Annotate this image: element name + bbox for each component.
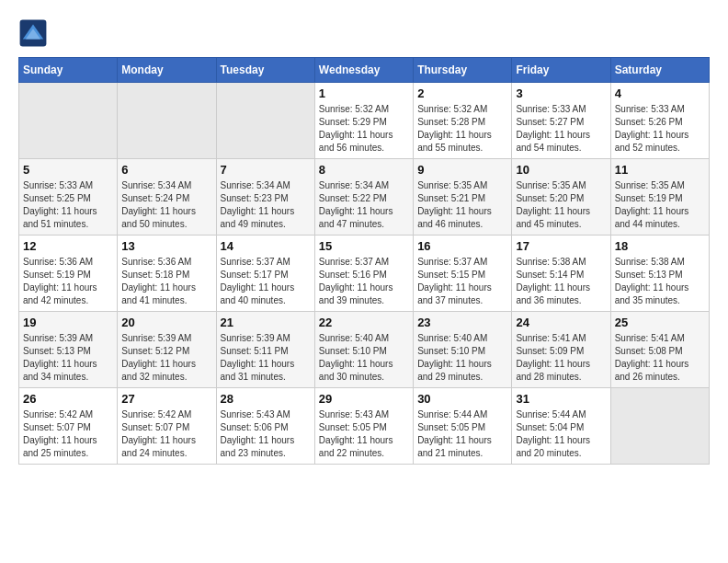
day-number: 29 [319,392,409,406]
calendar-cell [216,83,314,159]
day-number: 3 [516,86,606,100]
calendar-cell: 7Sunrise: 5:34 AMSunset: 5:23 PMDaylight… [216,159,314,236]
day-number: 24 [516,316,606,329]
calendar-cell: 6Sunrise: 5:34 AMSunset: 5:24 PMDaylight… [118,159,216,236]
day-number: 22 [319,316,409,329]
day-number: 6 [121,163,211,177]
day-number: 4 [615,86,705,100]
day-number: 17 [516,239,606,253]
day-number: 12 [23,239,113,253]
calendar-cell: 1Sunrise: 5:32 AMSunset: 5:29 PMDaylight… [314,83,413,159]
day-info: Sunrise: 5:32 AMSunset: 5:28 PMDaylight:… [417,103,507,155]
day-number: 5 [23,163,113,177]
day-info: Sunrise: 5:42 AMSunset: 5:07 PMDaylight:… [121,408,211,460]
calendar-week-row: 1Sunrise: 5:32 AMSunset: 5:29 PMDaylight… [19,83,710,159]
calendar-cell: 20Sunrise: 5:39 AMSunset: 5:12 PMDayligh… [118,312,216,388]
day-number: 30 [417,392,507,406]
day-info: Sunrise: 5:40 AMSunset: 5:10 PMDaylight:… [319,332,409,384]
day-info: Sunrise: 5:33 AMSunset: 5:25 PMDaylight:… [23,179,113,231]
calendar-cell: 12Sunrise: 5:36 AMSunset: 5:19 PMDayligh… [19,236,118,312]
calendar-cell: 3Sunrise: 5:33 AMSunset: 5:27 PMDaylight… [512,83,610,159]
day-info: Sunrise: 5:41 AMSunset: 5:09 PMDaylight:… [516,332,606,384]
logo [18,18,53,48]
day-number: 2 [417,86,507,100]
day-info: Sunrise: 5:39 AMSunset: 5:12 PMDaylight:… [121,332,211,384]
calendar-cell: 27Sunrise: 5:42 AMSunset: 5:07 PMDayligh… [118,388,216,465]
calendar-cell: 16Sunrise: 5:37 AMSunset: 5:15 PMDayligh… [414,236,512,312]
day-number: 14 [221,239,311,253]
day-info: Sunrise: 5:35 AMSunset: 5:21 PMDaylight:… [417,179,507,231]
day-info: Sunrise: 5:33 AMSunset: 5:26 PMDaylight:… [615,103,705,155]
day-info: Sunrise: 5:43 AMSunset: 5:05 PMDaylight:… [319,408,409,460]
day-info: Sunrise: 5:38 AMSunset: 5:14 PMDaylight:… [516,256,606,307]
weekday-header: Friday [512,58,610,83]
day-info: Sunrise: 5:40 AMSunset: 5:10 PMDaylight:… [417,332,507,384]
weekday-header: Sunday [19,58,118,83]
calendar-cell: 22Sunrise: 5:40 AMSunset: 5:10 PMDayligh… [314,312,413,388]
weekday-header: Wednesday [314,58,413,83]
day-number: 19 [23,316,113,329]
calendar-cell: 11Sunrise: 5:35 AMSunset: 5:19 PMDayligh… [610,159,709,236]
day-number: 20 [121,316,211,329]
day-number: 15 [319,239,409,253]
calendar-week-row: 19Sunrise: 5:39 AMSunset: 5:13 PMDayligh… [19,312,710,388]
calendar-cell: 31Sunrise: 5:44 AMSunset: 5:04 PMDayligh… [512,388,610,465]
day-number: 31 [516,392,606,406]
calendar-cell [610,388,709,465]
day-number: 11 [615,163,705,177]
weekday-header: Tuesday [216,58,314,83]
calendar-table: SundayMondayTuesdayWednesdayThursdayFrid… [18,57,710,465]
calendar-cell: 2Sunrise: 5:32 AMSunset: 5:28 PMDaylight… [414,83,512,159]
calendar-cell: 13Sunrise: 5:36 AMSunset: 5:18 PMDayligh… [118,236,216,312]
day-info: Sunrise: 5:41 AMSunset: 5:08 PMDaylight:… [615,332,705,384]
day-number: 7 [221,163,311,177]
day-number: 23 [417,316,507,329]
calendar-cell: 19Sunrise: 5:39 AMSunset: 5:13 PMDayligh… [19,312,118,388]
logo-icon [18,18,48,48]
day-number: 26 [23,392,113,406]
calendar-cell: 24Sunrise: 5:41 AMSunset: 5:09 PMDayligh… [512,312,610,388]
page-header [18,18,710,48]
day-info: Sunrise: 5:37 AMSunset: 5:17 PMDaylight:… [221,256,311,307]
day-number: 1 [319,86,409,100]
calendar-week-row: 12Sunrise: 5:36 AMSunset: 5:19 PMDayligh… [19,236,710,312]
day-number: 8 [319,163,409,177]
day-number: 16 [417,239,507,253]
day-info: Sunrise: 5:39 AMSunset: 5:13 PMDaylight:… [23,332,113,384]
calendar-cell: 28Sunrise: 5:43 AMSunset: 5:06 PMDayligh… [216,388,314,465]
calendar-cell: 15Sunrise: 5:37 AMSunset: 5:16 PMDayligh… [314,236,413,312]
day-number: 13 [121,239,211,253]
day-number: 27 [121,392,211,406]
calendar-cell: 23Sunrise: 5:40 AMSunset: 5:10 PMDayligh… [414,312,512,388]
calendar-cell: 30Sunrise: 5:44 AMSunset: 5:05 PMDayligh… [414,388,512,465]
calendar-cell: 4Sunrise: 5:33 AMSunset: 5:26 PMDaylight… [610,83,709,159]
day-info: Sunrise: 5:34 AMSunset: 5:24 PMDaylight:… [121,179,211,231]
day-info: Sunrise: 5:44 AMSunset: 5:04 PMDaylight:… [516,408,606,460]
day-info: Sunrise: 5:36 AMSunset: 5:18 PMDaylight:… [121,256,211,307]
calendar-cell: 14Sunrise: 5:37 AMSunset: 5:17 PMDayligh… [216,236,314,312]
weekday-header: Saturday [610,58,709,83]
calendar-cell: 5Sunrise: 5:33 AMSunset: 5:25 PMDaylight… [19,159,118,236]
calendar-cell: 26Sunrise: 5:42 AMSunset: 5:07 PMDayligh… [19,388,118,465]
day-info: Sunrise: 5:37 AMSunset: 5:16 PMDaylight:… [319,256,409,307]
calendar-cell: 18Sunrise: 5:38 AMSunset: 5:13 PMDayligh… [610,236,709,312]
day-info: Sunrise: 5:37 AMSunset: 5:15 PMDaylight:… [417,256,507,307]
calendar-cell [118,83,216,159]
day-info: Sunrise: 5:33 AMSunset: 5:27 PMDaylight:… [516,103,606,155]
calendar-cell: 10Sunrise: 5:35 AMSunset: 5:20 PMDayligh… [512,159,610,236]
day-number: 18 [615,239,705,253]
day-info: Sunrise: 5:32 AMSunset: 5:29 PMDaylight:… [319,103,409,155]
weekday-header: Thursday [414,58,512,83]
calendar-cell: 29Sunrise: 5:43 AMSunset: 5:05 PMDayligh… [314,388,413,465]
day-number: 9 [417,163,507,177]
calendar-cell: 21Sunrise: 5:39 AMSunset: 5:11 PMDayligh… [216,312,314,388]
day-number: 10 [516,163,606,177]
day-info: Sunrise: 5:35 AMSunset: 5:19 PMDaylight:… [615,179,705,231]
day-info: Sunrise: 5:38 AMSunset: 5:13 PMDaylight:… [615,256,705,307]
calendar-cell: 8Sunrise: 5:34 AMSunset: 5:22 PMDaylight… [314,159,413,236]
day-info: Sunrise: 5:43 AMSunset: 5:06 PMDaylight:… [221,408,311,460]
day-info: Sunrise: 5:34 AMSunset: 5:22 PMDaylight:… [319,179,409,231]
day-number: 21 [221,316,311,329]
calendar-cell: 17Sunrise: 5:38 AMSunset: 5:14 PMDayligh… [512,236,610,312]
calendar-cell [19,83,118,159]
